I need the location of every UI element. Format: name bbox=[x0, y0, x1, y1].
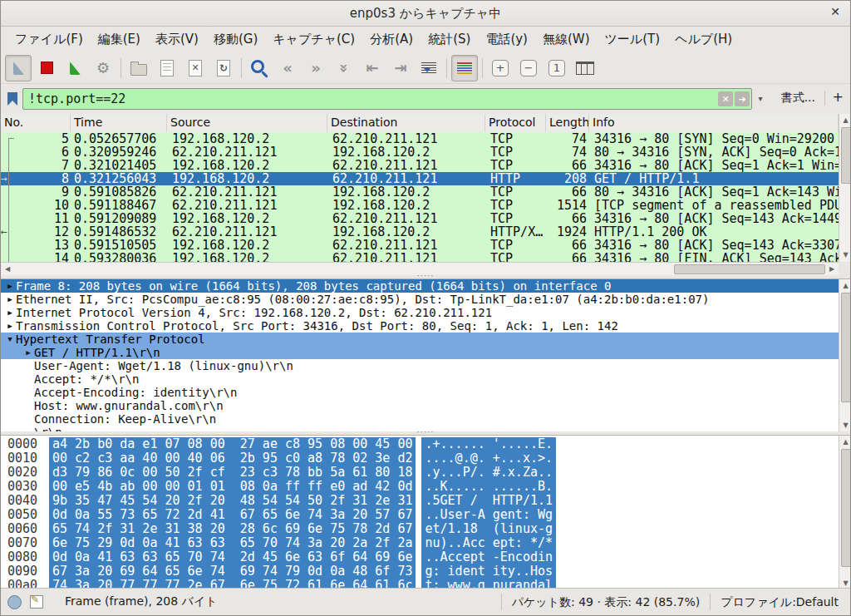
close-file-button[interactable] bbox=[182, 55, 209, 81]
start-capture-button[interactable] bbox=[5, 55, 32, 81]
bytes-vscrollbar[interactable]: ▲ ▼ bbox=[839, 436, 851, 590]
menu-item[interactable]: 表示(V) bbox=[148, 29, 206, 50]
go-to-packet-button[interactable]: » bbox=[331, 55, 357, 81]
hex-row[interactable]: 001000 c2 c3 aa 40 00 40 06 2b 95 c0 a8 … bbox=[1, 451, 839, 466]
hex-row[interactable]: 009067 3a 20 69 64 65 6e 74 69 74 79 0d … bbox=[1, 564, 839, 579]
status-profile[interactable]: プロファイル:Default bbox=[710, 594, 850, 610]
packet-row[interactable]: 120.59148653262.210.211.121192.168.120.2… bbox=[1, 225, 839, 239]
detail-row[interactable]: ▶Internet Protocol Version 4, Src: 192.1… bbox=[1, 306, 839, 319]
restart-capture-button[interactable] bbox=[61, 55, 88, 81]
filter-field[interactable]: ✕ ➔ bbox=[22, 88, 752, 110]
packet-row[interactable]: 130.591510505192.168.120.262.210.211.121… bbox=[1, 239, 839, 252]
column-header-protocol[interactable]: Protocol bbox=[485, 114, 546, 132]
hex-row[interactable]: 0020d3 79 86 0c 00 50 2f cf 23 c3 78 bb … bbox=[1, 466, 839, 480]
packet-row[interactable]: 110.591209089192.168.120.262.210.211.121… bbox=[1, 212, 839, 225]
scroll-up-icon[interactable]: ▲ bbox=[839, 280, 851, 292]
detail-row[interactable]: Connection: Keep-Alive\r\n bbox=[1, 412, 839, 426]
detail-row[interactable]: ▶Frame 8: 208 bytes on wire (1664 bits),… bbox=[1, 279, 839, 293]
packet-row[interactable]: 90.59108582662.210.211.121192.168.120.2T… bbox=[1, 185, 839, 199]
save-file-button[interactable] bbox=[154, 55, 180, 81]
packet-row[interactable]: 70.321021405192.168.120.262.210.211.121T… bbox=[1, 159, 839, 172]
menu-item[interactable]: 移動(G) bbox=[206, 29, 265, 50]
bytes-scroll-thumb[interactable] bbox=[841, 449, 851, 567]
packet-row[interactable]: 140.593280036192.168.120.262.210.211.121… bbox=[1, 252, 839, 262]
chevron-right-icon[interactable]: ▶ bbox=[4, 319, 16, 333]
scroll-right-icon[interactable]: ▶ bbox=[826, 264, 838, 274]
details-scroll-thumb[interactable] bbox=[841, 293, 851, 402]
menu-item[interactable]: 電話(y) bbox=[478, 29, 535, 50]
filter-clear-button[interactable]: ✕ bbox=[718, 91, 733, 106]
detail-row[interactable]: ▶Ethernet II, Src: PcsCompu_ae:c8:95 (08… bbox=[1, 293, 839, 306]
capture-options-button[interactable]: ⚙ bbox=[90, 55, 116, 81]
packet-row[interactable]: 100.59118846762.210.211.121192.168.120.2… bbox=[1, 199, 839, 212]
go-first-packet-button[interactable]: ⇤ bbox=[359, 55, 386, 81]
column-header-source[interactable]: Source bbox=[167, 114, 327, 132]
find-packet-button[interactable] bbox=[246, 55, 273, 81]
filter-bookmark-button[interactable] bbox=[4, 89, 21, 109]
window-close-button[interactable]: ✕ bbox=[830, 5, 840, 18]
menu-item[interactable]: ファイル(F) bbox=[7, 29, 91, 50]
chevron-right-icon[interactable]: ▶ bbox=[4, 279, 16, 293]
resize-columns-button[interactable] bbox=[572, 55, 598, 81]
go-previous-packet-button[interactable]: « bbox=[274, 55, 301, 81]
detail-row[interactable]: User-Agent: Wget/1.18 (linux-gnu)\r\n bbox=[1, 359, 839, 372]
zoom-original-button[interactable]: 1 bbox=[544, 55, 570, 81]
detail-row[interactable]: Host: www.gnurandal.com\r\n bbox=[1, 399, 839, 412]
menu-item[interactable]: 分析(A) bbox=[362, 29, 421, 50]
column-header-no[interactable]: No. bbox=[1, 114, 71, 132]
chevron-down-icon[interactable]: ▼ bbox=[4, 333, 16, 346]
chevron-right-icon[interactable]: ▶ bbox=[22, 346, 34, 359]
packet-row[interactable]: 50.052657706192.168.120.262.210.211.121T… bbox=[1, 132, 839, 145]
detail-row[interactable]: ▼Hypertext Transfer Protocol bbox=[1, 333, 839, 346]
go-next-packet-button[interactable]: » bbox=[303, 55, 329, 81]
column-header-length[interactable]: Length bbox=[546, 114, 589, 132]
packet-row[interactable]: 60.32095924662.210.211.121192.168.120.2T… bbox=[1, 145, 839, 159]
detail-row[interactable]: ▶GET / HTTP/1.1\r\n bbox=[1, 346, 839, 359]
hex-row[interactable]: 00500d 0a 55 73 65 72 2d 41 67 65 6e 74 … bbox=[1, 508, 839, 522]
go-last-packet-button[interactable]: ⇥ bbox=[387, 55, 414, 81]
packet-list-vscrollbar[interactable]: ▲ ▼ bbox=[839, 114, 851, 262]
capture-comment-icon[interactable] bbox=[30, 595, 43, 609]
menu-item[interactable]: 編集(E) bbox=[91, 29, 148, 50]
filter-history-dropdown[interactable]: ▾ bbox=[755, 91, 766, 106]
scroll-up-icon[interactable]: ▲ bbox=[839, 436, 851, 448]
zoom-in-button[interactable]: + bbox=[487, 55, 514, 81]
scroll-down-icon[interactable]: ▼ bbox=[839, 249, 851, 261]
window-titlebar[interactable]: enp0s3 からキャプチャ中 ✕ bbox=[1, 1, 850, 27]
filter-apply-button[interactable]: ➔ bbox=[735, 91, 750, 106]
packet-row[interactable]: 80.321256043192.168.120.262.210.211.121H… bbox=[1, 172, 839, 185]
menu-item[interactable]: ツール(T) bbox=[598, 29, 668, 50]
chevron-right-icon[interactable]: ▶ bbox=[4, 306, 16, 319]
hscroll-thumb[interactable] bbox=[674, 264, 825, 274]
hex-row[interactable]: 00409b 35 47 45 54 20 2f 20 48 54 54 50 … bbox=[1, 494, 839, 508]
filter-add-button[interactable]: + bbox=[833, 89, 844, 105]
menu-item[interactable]: ヘルプ(H) bbox=[667, 29, 740, 50]
details-vscrollbar[interactable]: ▲ ▼ bbox=[839, 279, 851, 432]
packet-list-scroll-thumb[interactable] bbox=[841, 127, 851, 184]
detail-row[interactable]: Accept: */*\r\n bbox=[1, 372, 839, 386]
menu-item[interactable]: 無線(W) bbox=[535, 29, 598, 50]
hex-row[interactable]: 0000a4 2b b0 da e1 07 08 00 27 ae c8 95 … bbox=[1, 437, 839, 451]
chevron-right-icon[interactable]: ▶ bbox=[4, 293, 16, 306]
auto-scroll-button[interactable] bbox=[416, 55, 442, 81]
filter-expression-button[interactable]: 書式... bbox=[781, 91, 815, 106]
scroll-up-icon[interactable]: ▲ bbox=[839, 115, 851, 126]
hex-row[interactable]: 00800d 0a 41 63 63 65 70 74 2d 45 6e 63 … bbox=[1, 550, 839, 564]
open-file-button[interactable] bbox=[125, 55, 152, 81]
detail-row[interactable]: Accept-Encoding: identity\r\n bbox=[1, 386, 839, 399]
packet-list-header[interactable]: No.TimeSourceDestinationProtocolLengthIn… bbox=[1, 114, 839, 133]
menu-item[interactable]: キャプチャ(C) bbox=[265, 29, 362, 50]
column-header-info[interactable]: Info bbox=[589, 114, 839, 132]
expert-info-icon[interactable] bbox=[7, 595, 22, 609]
column-header-destination[interactable]: Destination bbox=[327, 114, 485, 132]
filter-input[interactable] bbox=[25, 91, 716, 107]
column-header-time[interactable]: Time bbox=[71, 114, 167, 132]
menu-item[interactable]: 統計(S) bbox=[421, 29, 478, 50]
reload-file-button[interactable] bbox=[210, 55, 237, 81]
hex-row[interactable]: 006065 74 2f 31 2e 31 38 20 28 6c 69 6e … bbox=[1, 522, 839, 536]
hex-row[interactable]: 003000 e5 4b ab 00 00 01 01 08 0a ff ff … bbox=[1, 480, 839, 494]
hex-row[interactable]: 00706e 75 29 0d 0a 41 63 63 65 70 74 3a … bbox=[1, 536, 839, 550]
zoom-out-button[interactable]: − bbox=[515, 55, 542, 81]
detail-row[interactable]: ▶Transmission Control Protocol, Src Port… bbox=[1, 319, 839, 333]
stop-capture-button[interactable] bbox=[33, 55, 60, 81]
